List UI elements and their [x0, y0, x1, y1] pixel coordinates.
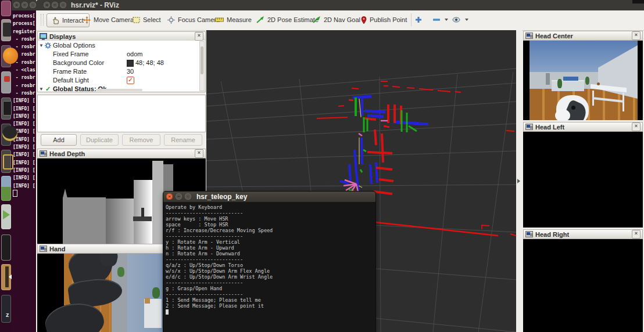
vertical-scrollbar[interactable] [199, 41, 205, 91]
maximize-icon[interactable]: ▫ [30, 2, 36, 8]
robot-arm [555, 109, 570, 120]
camera-image-icon [525, 124, 533, 130]
plant [152, 287, 160, 298]
unity-launcher: z [0, 0, 12, 332]
duplicate-button[interactable]: Duplicate [80, 134, 119, 146]
select-tool[interactable]: Select [133, 13, 161, 26]
remove-button[interactable]: Remove [122, 134, 160, 146]
property-value[interactable]: 30 [127, 67, 134, 76]
property-label: Fixed Frame [53, 50, 89, 59]
group-label: Global Options [53, 41, 95, 50]
launcher-icon[interactable] [1, 71, 11, 93]
rviz-titlebar[interactable]: × − ▫ hsr.rviz* - RViz [36, 0, 644, 10]
displays-empty-list[interactable] [37, 95, 206, 132]
camera-lens [571, 106, 575, 110]
minimize-icon[interactable]: − [52, 2, 58, 8]
depth-shape [63, 189, 67, 198]
small-object [597, 82, 600, 85]
launcher-icon[interactable] [1, 98, 11, 120]
toolbar-separator [411, 13, 412, 26]
terminal-cursor [13, 190, 17, 197]
expander-icon[interactable]: ▼ [39, 85, 44, 93]
camera-image-icon [525, 33, 533, 39]
window-title: hsr.rviz* - RViz [71, 1, 119, 9]
move-camera-tool[interactable]: Move Camera [83, 13, 134, 26]
measure-tool[interactable]: Measure [215, 13, 252, 26]
head-left-image [523, 132, 643, 228]
focus-camera-tool[interactable]: Focus Camera [167, 13, 220, 26]
close-icon[interactable]: × [632, 31, 641, 40]
close-icon[interactable]: × [166, 193, 173, 200]
map-pin-icon [361, 16, 367, 24]
close-icon[interactable]: × [195, 32, 203, 41]
property-row[interactable]: Fixed Frame odom [38, 50, 205, 59]
terminal-titlebar: × − ▫ [12, 0, 36, 10]
minimize-icon[interactable]: − [176, 193, 182, 200]
green-arrow-icon [256, 16, 264, 23]
camera-frame [529, 41, 638, 120]
tool-label: 2D Pose Estimate [267, 16, 319, 23]
pose-estimate-tool[interactable]: 2D Pose Estimate [256, 13, 319, 26]
toolbar-grip[interactable] [41, 14, 44, 26]
expander-icon[interactable]: ▼ [39, 41, 44, 50]
displays-buttons-row: Add Duplicate Remove Rename [37, 134, 206, 146]
head-depth-panel-header[interactable]: Head Depth × [37, 149, 206, 158]
launcher-icon[interactable]: z [1, 295, 11, 323]
terminal-cursor [166, 309, 169, 315]
close-icon[interactable]: × [632, 122, 641, 131]
close-icon[interactable]: × [632, 230, 641, 239]
property-value[interactable]: 48; 48; 48 [127, 59, 164, 67]
screen [563, 77, 578, 81]
launcher-icon[interactable] [1, 204, 11, 229]
publish-point-tool[interactable]: Publish Point [361, 13, 407, 26]
launcher-icon[interactable] [1, 19, 11, 41]
camera-image-icon [40, 246, 47, 252]
crosshair-icon [167, 16, 175, 24]
maximize-icon[interactable]: ▫ [185, 193, 191, 200]
launcher-icon[interactable] [1, 45, 11, 67]
add-button[interactable]: Add [41, 134, 77, 146]
head-left-panel-header[interactable]: Head Left × [523, 122, 643, 132]
minimize-icon[interactable]: − [22, 2, 28, 8]
tree-row-global-options[interactable]: ▼ Global Options [38, 41, 205, 50]
property-row[interactable]: Frame Rate 30 [38, 67, 205, 76]
head-right-panel-header[interactable]: Head Right × [523, 229, 643, 239]
close-icon[interactable]: × [13, 2, 20, 8]
selection-box-icon [133, 17, 140, 23]
horizontal-scrollbar[interactable] [96, 89, 142, 91]
property-value: ✓ [127, 76, 134, 85]
maximize-icon[interactable]: ▫ [60, 2, 66, 8]
launcher-icon[interactable] [1, 150, 11, 173]
add-tool-button[interactable] [415, 13, 422, 26]
panel-title: Head Depth [49, 150, 192, 157]
close-icon[interactable]: × [44, 2, 50, 8]
property-label: Background Color [53, 59, 104, 67]
checkbox-checked-icon[interactable]: ✓ [127, 77, 134, 84]
property-row[interactable]: Background Color 48; 48; 48 [38, 59, 205, 67]
window-title: hsr_teleop_key [196, 193, 247, 201]
launcher-icon[interactable] [1, 1, 11, 16]
rename-button[interactable]: Rename [164, 134, 202, 146]
launcher-icon[interactable] [1, 124, 11, 146]
displays-tree[interactable]: ▼ Global Options Fixed Frame odom Backgr… [37, 41, 206, 92]
small-object [145, 298, 150, 304]
head-center-panel-header[interactable]: Head Center × [523, 31, 643, 41]
property-row[interactable]: Default Light ✓ [38, 76, 205, 85]
splitter-arrow-icon[interactable] [517, 179, 520, 183]
teleop-titlebar[interactable]: × − ▫ hsr_teleop_key [163, 192, 375, 202]
dock-splitter[interactable] [516, 30, 522, 332]
head-center-image [523, 41, 643, 120]
plant [585, 77, 589, 85]
tool-properties-button[interactable] [452, 13, 468, 26]
plus-icon [415, 16, 422, 23]
remove-tool-button[interactable] [433, 13, 448, 26]
nav-goal-tool[interactable]: 2D Nav Goal [313, 13, 360, 26]
teleop-terminal-window[interactable]: × − ▫ hsr_teleop_key Operate by Keyboard… [163, 192, 375, 332]
displays-panel-header[interactable]: Displays × [37, 31, 206, 41]
launcher-icon[interactable] [1, 234, 11, 261]
launcher-icon[interactable] [1, 176, 11, 201]
counter [552, 80, 584, 91]
close-icon[interactable]: × [195, 149, 203, 158]
property-value[interactable]: odom [127, 50, 143, 59]
terminal-output: process[process[register - rosbr - rosbr… [13, 12, 36, 190]
